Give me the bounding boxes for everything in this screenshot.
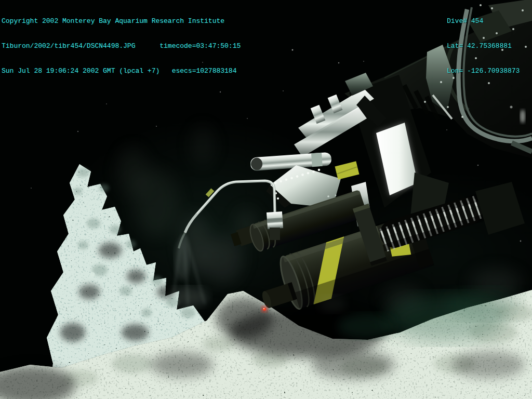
rock-glint bbox=[90, 272, 95, 277]
rov-video-frame: Copyright 2002 Monterey Bay Aquarium Res… bbox=[0, 0, 532, 399]
hud-copyright-line: Copyright 2002 Monterey Bay Aquarium Res… bbox=[2, 17, 241, 25]
red-led bbox=[261, 306, 268, 312]
hud-latitude: Lat= 42.75368881 bbox=[447, 42, 520, 50]
hud-top-right: Dive# 454 Lat= 42.75368881 Lon= -126.709… bbox=[447, 1, 520, 84]
hud-longitude: Lon= -126.70938873 bbox=[447, 67, 520, 75]
hud-dive-number: Dive# 454 bbox=[447, 17, 520, 25]
hex-fitting bbox=[267, 211, 283, 229]
hud-file-timecode-line: Tiburon/2002/tibr454/DSCN4498.JPG timeco… bbox=[2, 42, 241, 50]
hud-datetime-esecs-line: Sun Jul 28 19:06:24 2002 GMT (local +7) … bbox=[2, 67, 241, 75]
hud-top-left: Copyright 2002 Monterey Bay Aquarium Res… bbox=[2, 1, 241, 84]
hud-bottom-telemetry: Depth= 2713.6 m Temp= 2.566 C Sal= 34.46… bbox=[2, 387, 314, 399]
